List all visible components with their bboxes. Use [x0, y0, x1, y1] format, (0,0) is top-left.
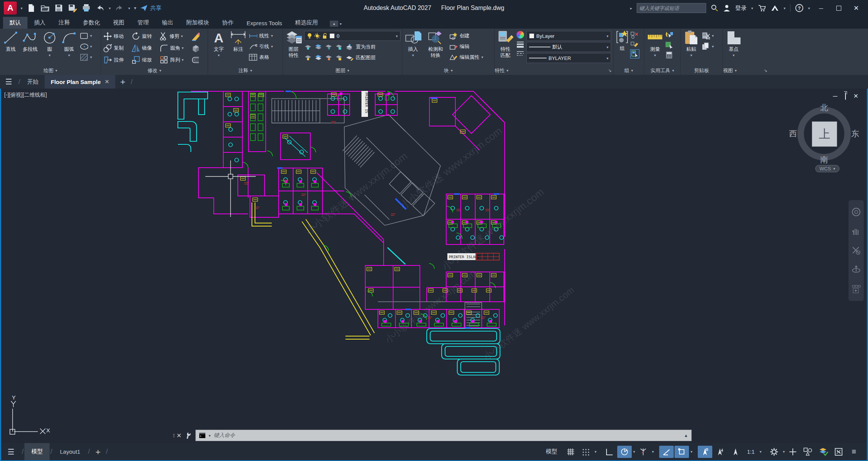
linetype-list-icon[interactable] — [516, 50, 524, 58]
object-snap-toggle[interactable] — [674, 446, 689, 458]
grid-display-toggle[interactable] — [563, 446, 578, 458]
ribbon-tab-insert[interactable]: 插入 — [27, 17, 52, 29]
panel-title-layers[interactable]: 图层▾ — [283, 66, 402, 75]
explode-tool[interactable] — [191, 44, 200, 52]
model-space-button[interactable]: 模型 — [543, 444, 560, 459]
ellipse-tool[interactable] — [80, 42, 88, 51]
isodraft-caret-icon[interactable]: ▾ — [652, 450, 654, 454]
layer-freeze-tool[interactable]: ❄ — [325, 43, 333, 51]
search-icon[interactable] — [711, 4, 718, 12]
model-tab[interactable]: 模型 — [24, 443, 50, 460]
panel-title-draw[interactable]: 绘图▾ — [0, 66, 101, 75]
plot-button[interactable] — [81, 3, 91, 13]
view-cube-west[interactable]: 西 — [789, 128, 797, 139]
array-tool[interactable]: 阵列▾ — [160, 55, 190, 65]
cut-caret-icon[interactable]: ▾ — [712, 34, 714, 38]
recent-commands-caret-icon[interactable]: ▾ — [209, 434, 211, 438]
ribbon-tab-featured-apps[interactable]: 精选应用 — [289, 17, 324, 29]
sign-in-caret-icon[interactable]: ▾ — [751, 6, 753, 10]
properties-expander-icon[interactable]: ↘ — [608, 68, 611, 73]
user-icon[interactable] — [723, 4, 731, 12]
view-cube-north[interactable]: 北 — [820, 102, 828, 113]
object-snap-tracking-toggle[interactable] — [659, 446, 674, 458]
undo-button[interactable] — [95, 3, 105, 13]
layout1-tab[interactable]: Layout1 — [53, 443, 87, 460]
command-wrench-icon[interactable] — [186, 432, 192, 439]
sign-in-button[interactable]: 登录 — [735, 5, 747, 12]
panel-title-clipboard[interactable]: 剪贴板 — [681, 66, 723, 75]
new-file-button[interactable] — [26, 3, 36, 13]
command-drag-handle[interactable]: ⁞⁞ — [173, 433, 174, 438]
ribbon-tab-manage[interactable]: 管理 — [131, 17, 155, 29]
help-icon[interactable]: ? — [795, 4, 803, 12]
layer-unisolate-tool[interactable] — [315, 53, 323, 62]
file-tab-start[interactable]: 开始 — [21, 75, 45, 89]
layer-select-combo[interactable]: 0 ▾ — [304, 31, 400, 41]
command-close-icon[interactable]: ✕ — [176, 432, 181, 439]
hatch-caret-icon[interactable]: ▾ — [90, 55, 92, 59]
new-drawing-tab-button[interactable]: ＋ — [118, 76, 127, 87]
view-cube[interactable]: 北 南 西 东 上 — [795, 105, 853, 163]
quick-calc-tool[interactable] — [665, 51, 673, 59]
annotation-scale-icon[interactable] — [728, 446, 743, 458]
workspace-caret-icon[interactable]: ▾ — [783, 450, 785, 454]
base-point-button[interactable]: 基点 ▾ — [725, 30, 742, 58]
share-button[interactable]: 共享 — [140, 4, 161, 12]
isometric-drafting-toggle[interactable] — [636, 446, 650, 458]
wcs-menu[interactable]: WCS▾ — [815, 165, 839, 172]
match-properties-button[interactable]: 特性 匹配 — [497, 30, 514, 58]
help-search-input[interactable] — [637, 3, 706, 13]
file-tab-menu-icon[interactable]: ☰ — [0, 77, 18, 86]
insert-block-button[interactable]: 插入 ▾ — [404, 30, 422, 58]
linetype-combo[interactable]: BYLAYER▾ — [526, 53, 611, 63]
ribbon-tab-collaborate[interactable]: 协作 — [216, 17, 240, 29]
lock-ui-plus-button[interactable] — [786, 446, 800, 458]
annotation-autoscale-toggle[interactable] — [713, 446, 728, 458]
dimension-tool[interactable]: 标注 — [229, 30, 247, 52]
help-caret-icon[interactable]: ▾ — [808, 6, 810, 10]
snap-mode-toggle[interactable] — [579, 446, 593, 458]
autodesk-caret-icon[interactable]: ▾ — [784, 6, 786, 10]
search-expand-icon[interactable]: ▸ — [630, 6, 632, 10]
viewport-restore-icon[interactable] — [845, 93, 846, 100]
customize-status-button[interactable]: ≡ — [847, 446, 861, 458]
fillet-tool[interactable]: 圆角▾ — [160, 44, 190, 53]
paste-button[interactable]: 粘贴 ▾ — [682, 30, 700, 58]
color-wheel-icon[interactable] — [516, 31, 524, 39]
ribbon-tab-view[interactable]: 视图 — [106, 17, 131, 29]
layer-isolate-tool[interactable] — [315, 43, 323, 51]
edit-attributes-tool[interactable]: 编辑属性▾ — [449, 52, 483, 62]
file-tab-document[interactable]: Floor Plan Sample✕ — [45, 75, 115, 89]
linear-dim-tool[interactable]: 线性▾ — [249, 31, 273, 40]
ungroup-tool[interactable] — [630, 31, 639, 39]
undo-caret-icon[interactable]: ▾ — [109, 6, 111, 10]
polar-tracking-toggle[interactable] — [617, 446, 632, 458]
detect-convert-button[interactable]: 检测和 转换 — [424, 30, 447, 58]
leader-tool[interactable]: 引线▾ — [249, 42, 273, 51]
layer-match-button[interactable]: 匹配图层 — [356, 54, 376, 61]
ortho-toggle[interactable] — [602, 446, 616, 458]
trim-tool[interactable]: 修剪▾ — [160, 32, 190, 41]
scale-caret-icon[interactable]: ▾ — [760, 450, 762, 454]
layer-properties-button[interactable]: 图层 特性 — [285, 30, 302, 58]
mirror-tool[interactable]: 镜像 — [131, 44, 158, 53]
edit-block-tool[interactable]: 编辑 — [449, 42, 483, 51]
clean-screen-button[interactable] — [831, 446, 846, 458]
open-file-button[interactable] — [40, 3, 50, 13]
layer-off-tool[interactable] — [304, 43, 313, 51]
command-history-icon[interactable]: ▲ — [684, 433, 688, 438]
ribbon-tab-annotate[interactable]: 注释 — [52, 17, 76, 29]
file-tab-close-icon[interactable]: ✕ — [105, 78, 110, 85]
layer-thaw-all-tool[interactable] — [325, 53, 333, 62]
copy-clip-tool[interactable] — [702, 42, 710, 50]
group-selection-toggle[interactable] — [630, 49, 639, 58]
view-cube-top-face[interactable]: 上 — [812, 121, 837, 147]
workspace-gear-button[interactable] — [767, 446, 781, 458]
panel-title-properties[interactable]: 特性▾↘ — [495, 66, 613, 75]
panel-title-view[interactable]: 视图▾↘ — [723, 66, 769, 75]
save-as-button[interactable] — [68, 3, 77, 13]
command-input[interactable]: ▾ 键入命令 ▲ — [195, 430, 692, 441]
offset-tool[interactable] — [191, 56, 200, 64]
zoom-extents-icon[interactable] — [851, 246, 861, 256]
qat-customize-icon[interactable]: ▾ — [134, 5, 136, 11]
